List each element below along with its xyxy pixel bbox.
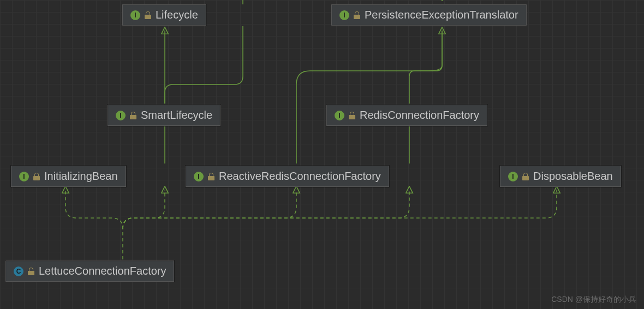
node-label: PersistenceExceptionTranslator	[365, 9, 518, 21]
lock-icon	[33, 173, 40, 180]
node-label: RedisConnectionFactory	[360, 109, 479, 122]
node-disposable-bean[interactable]: I DisposableBean	[500, 166, 621, 187]
class-icon: C	[14, 266, 23, 276]
node-persistence-exception-translator[interactable]: I PersistenceExceptionTranslator	[331, 4, 527, 26]
lock-icon	[130, 112, 136, 119]
lock-icon	[349, 112, 355, 119]
node-initializing-bean[interactable]: I InitializingBean	[11, 166, 126, 187]
node-label: InitializingBean	[44, 170, 118, 183]
node-label: DisposableBean	[533, 170, 613, 183]
node-redis-connection-factory[interactable]: I RedisConnectionFactory	[326, 105, 487, 126]
interface-icon: I	[116, 111, 126, 120]
watermark: CSDN @保持好奇的小兵	[551, 295, 636, 305]
interface-icon: I	[508, 172, 518, 181]
node-lettuce-connection-factory[interactable]: C LettuceConnectionFactory	[5, 260, 174, 282]
lock-icon	[522, 173, 529, 180]
node-reactive-redis-connection-factory[interactable]: I ReactiveRedisConnectionFactory	[186, 166, 389, 187]
interface-icon: I	[335, 111, 344, 120]
interface-icon: I	[339, 10, 349, 20]
lock-icon	[28, 268, 34, 275]
lock-icon	[354, 11, 360, 19]
lock-icon	[145, 11, 151, 19]
node-label: Lifecycle	[156, 9, 198, 21]
node-label: LettuceConnectionFactory	[39, 265, 166, 277]
interface-icon: I	[194, 172, 204, 181]
interface-icon: I	[19, 172, 29, 181]
node-lifecycle[interactable]: I Lifecycle	[122, 4, 206, 26]
node-label: ReactiveRedisConnectionFactory	[219, 170, 381, 183]
node-label: SmartLifecycle	[141, 109, 212, 122]
node-smart-lifecycle[interactable]: I SmartLifecycle	[108, 105, 220, 126]
interface-icon: I	[130, 10, 140, 20]
lock-icon	[208, 173, 214, 180]
